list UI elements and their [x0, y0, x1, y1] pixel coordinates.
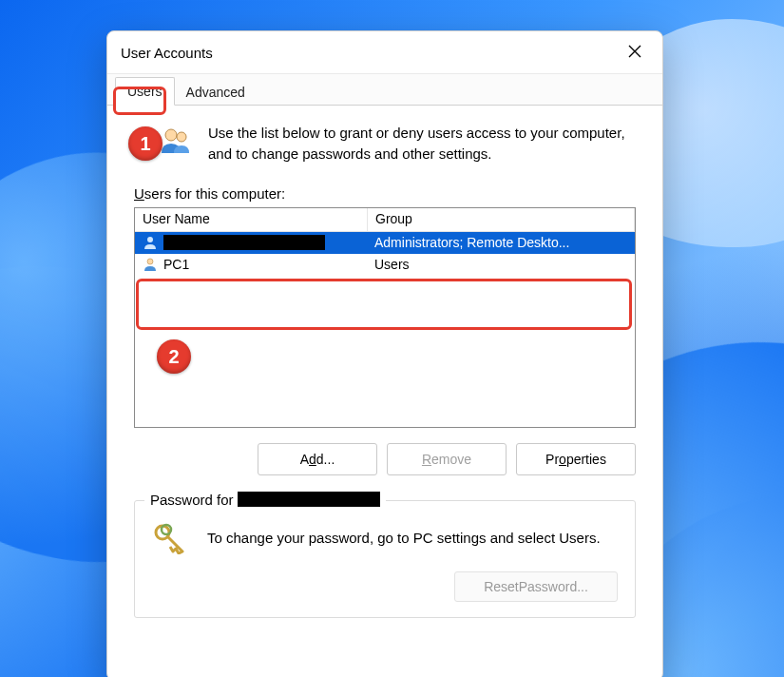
close-icon [628, 45, 641, 61]
tab-label: Advanced [186, 85, 245, 100]
svg-point-3 [147, 259, 153, 264]
user-row-selected[interactable]: Administrators; Remote Deskto... [135, 232, 635, 254]
keys-icon [152, 522, 190, 554]
password-text: To change your password, go to PC settin… [207, 530, 601, 546]
reset-password-button[interactable]: Reset Password... [454, 571, 618, 602]
password-groupbox: Password for To change your password, go… [134, 500, 636, 618]
svg-point-0 [165, 129, 177, 141]
desktop-wallpaper: User Accounts Users Advanced [0, 0, 784, 677]
col-header-username[interactable]: User Name [135, 208, 368, 231]
users-list-label: Users for this computer: [134, 185, 636, 202]
svg-point-1 [177, 132, 186, 142]
users-list[interactable]: User Name Group Administrators; Remote D… [134, 207, 636, 428]
col-header-group[interactable]: Group [368, 208, 635, 231]
user-buttons-row: Add... Remove Properties [134, 443, 636, 475]
titlebar[interactable]: User Accounts [107, 31, 662, 74]
cell-username: PC1 [135, 257, 367, 272]
user-icon [143, 257, 158, 272]
list-header[interactable]: User Name Group [135, 208, 635, 232]
user-accounts-dialog: User Accounts Users Advanced [106, 30, 663, 677]
cell-group: Administrators; Remote Deskto... [367, 235, 635, 250]
username-text: PC1 [163, 257, 189, 272]
tab-advanced[interactable]: Advanced [175, 79, 257, 106]
properties-button[interactable]: Properties [516, 443, 636, 475]
close-button[interactable] [613, 37, 657, 68]
password-legend: Password for [144, 492, 386, 508]
users-icon [159, 125, 191, 157]
remove-button[interactable]: Remove [387, 443, 507, 475]
redacted-username [238, 492, 380, 507]
cell-group: Users [367, 257, 635, 272]
user-row[interactable]: PC1 Users [135, 254, 635, 276]
intro-section: Use the list below to grant or deny user… [134, 123, 636, 164]
tab-label: Users [127, 84, 163, 99]
tab-users[interactable]: Users [115, 77, 175, 106]
window-title: User Accounts [121, 45, 213, 61]
redacted-username [163, 235, 325, 250]
cell-username [135, 235, 367, 250]
add-button[interactable]: Add... [258, 443, 377, 475]
user-icon [143, 235, 158, 250]
svg-point-2 [147, 237, 153, 242]
intro-text: Use the list below to grant or deny user… [208, 123, 636, 164]
tab-strip: Users Advanced [107, 74, 662, 106]
